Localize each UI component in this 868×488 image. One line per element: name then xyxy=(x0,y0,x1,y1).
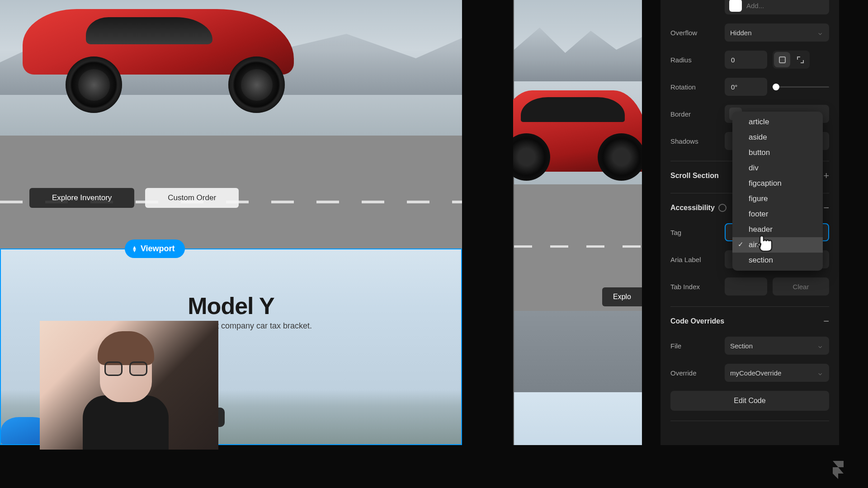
radius-individual-icon[interactable] xyxy=(792,52,808,67)
dropdown-item-section[interactable]: section xyxy=(732,253,823,268)
accessibility-reset-icon[interactable] xyxy=(718,204,726,212)
tab-index-label: Tab Index xyxy=(670,283,719,291)
fill-swatch[interactable] xyxy=(729,0,742,12)
mobile-section2 xyxy=(513,392,642,445)
dropdown-item-header[interactable]: header xyxy=(732,222,823,237)
radius-uniform-icon[interactable] xyxy=(774,52,790,67)
tab-index-input[interactable] xyxy=(725,277,767,296)
hero-section: Explore Inventory Custom Order xyxy=(0,0,462,249)
road-lane-marking xyxy=(514,245,642,248)
dropdown-item-div[interactable]: div xyxy=(732,160,823,176)
edit-code-button[interactable]: Edit Code xyxy=(670,391,829,411)
override-label: Override xyxy=(670,369,719,377)
explore-inventory-button[interactable]: Explore Inventory xyxy=(29,188,134,208)
accessibility-title: Accessibility xyxy=(670,204,715,212)
override-select[interactable]: myCodeOverride xyxy=(725,364,829,382)
clear-tab-index-button[interactable]: Clear xyxy=(773,277,829,296)
rotation-label: Rotation xyxy=(670,83,719,91)
framer-logo-icon xyxy=(827,458,849,480)
mobile-hero: Explo xyxy=(513,0,642,392)
override-value: myCodeOverride xyxy=(730,369,781,377)
dropdown-item-figure[interactable]: figure xyxy=(732,191,823,206)
rotation-slider[interactable] xyxy=(773,86,829,88)
fill-input[interactable]: Add... xyxy=(725,0,829,14)
file-value: Section xyxy=(730,342,753,350)
presenter-person xyxy=(83,337,169,450)
border-label: Border xyxy=(670,110,719,118)
dropdown-item-footer[interactable]: footer xyxy=(732,206,823,222)
hero-button-row: Explore Inventory Custom Order xyxy=(29,188,239,208)
canvas-area: Explore Inventory Custom Order ▲▼ Viewpo… xyxy=(0,0,642,445)
fill-placeholder: Add... xyxy=(746,2,764,9)
webcam-overlay xyxy=(40,321,218,450)
custom-order-button[interactable]: Custom Order xyxy=(145,188,239,208)
slider-thumb[interactable] xyxy=(773,84,779,90)
tag-dropdown-menu[interactable]: article aside button div figcaption figu… xyxy=(732,112,823,271)
overflow-select[interactable]: Hidden xyxy=(725,23,829,42)
overflow-value: Hidden xyxy=(730,29,752,37)
dropdown-item-figcaption[interactable]: figcaption xyxy=(732,176,823,191)
shadows-label: Shadows xyxy=(670,137,719,145)
viewport-badge[interactable]: ▲▼ Viewport xyxy=(125,239,185,258)
collapse-code-overrides-button[interactable]: − xyxy=(823,315,829,327)
code-overrides-title: Code Overrides xyxy=(670,317,724,325)
radius-input[interactable] xyxy=(725,51,767,69)
red-car-illustration xyxy=(5,0,312,122)
dropdown-item-button[interactable]: button xyxy=(732,145,823,160)
model-y-title: Model Y xyxy=(1,292,461,319)
aria-label-label: Aria Label xyxy=(670,256,719,263)
rotation-input[interactable] xyxy=(725,78,767,96)
dropdown-item-article[interactable]: article xyxy=(732,114,823,130)
red-car-front-illustration xyxy=(513,68,642,208)
file-label: File xyxy=(670,342,719,350)
overflow-label: Overflow xyxy=(670,29,719,37)
add-scroll-section-button[interactable]: + xyxy=(823,170,829,182)
dropdown-item-main[interactable]: ain xyxy=(732,237,823,253)
collapse-accessibility-button[interactable]: − xyxy=(823,202,829,214)
explore-button-cropped[interactable]: Explo xyxy=(602,287,642,306)
file-select[interactable]: Section xyxy=(725,337,829,355)
viewport-label: Viewport xyxy=(141,244,175,253)
dropdown-item-aside[interactable]: aside xyxy=(732,130,823,145)
radius-mode-toggle[interactable] xyxy=(773,51,810,69)
code-overrides-header: Code Overrides − xyxy=(670,310,829,332)
viewport-resize-icon: ▲▼ xyxy=(132,246,137,252)
tag-label: Tag xyxy=(670,229,719,236)
preview-frame-mobile[interactable]: Explo xyxy=(513,0,642,445)
scroll-section-title: Scroll Section xyxy=(670,172,719,180)
radius-label: Radius xyxy=(670,56,719,64)
